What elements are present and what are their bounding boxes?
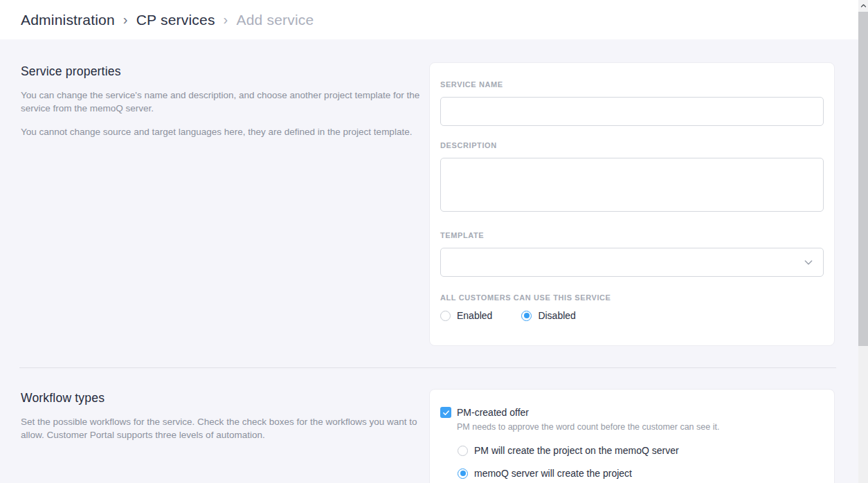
radio-option-label: PM will create the project on the memoQ … — [474, 445, 679, 456]
breadcrumb-cp-services[interactable]: CP services — [136, 12, 215, 28]
radio-option-server-creates-project[interactable]: memoQ server will create the project — [458, 468, 824, 479]
radio-icon[interactable] — [458, 446, 468, 456]
radio-option-enabled[interactable]: Enabled — [440, 310, 492, 321]
main-content: Service properties You can change the se… — [0, 39, 858, 483]
breadcrumb-separator-icon: › — [224, 12, 228, 28]
section-description: Set the possible workflows for the servi… — [21, 416, 428, 441]
breadcrumb-add-service: Add service — [236, 12, 314, 28]
section-divider — [19, 367, 836, 368]
breadcrumb: Administration › CP services › Add servi… — [21, 0, 314, 39]
radio-option-disabled[interactable]: Disabled — [521, 310, 575, 321]
radio-option-label: Enabled — [457, 310, 492, 321]
radio-option-label: memoQ server will create the project — [474, 468, 632, 479]
chevron-down-icon — [803, 257, 814, 271]
all-customers-radio-group: Enabled Disabled — [440, 310, 824, 321]
checkmark-icon — [442, 409, 450, 417]
service-name-input[interactable] — [440, 97, 824, 126]
radio-icon[interactable] — [440, 311, 451, 321]
pm-created-offer-row: PM-created offer — [440, 407, 824, 418]
workflow-types-card: PM-created offer PM needs to approve the… — [429, 389, 835, 483]
radio-icon[interactable] — [458, 468, 468, 479]
pm-created-offer-label[interactable]: PM-created offer — [457, 407, 529, 418]
vertical-scrollbar[interactable] — [858, 0, 868, 483]
template-select[interactable] — [440, 248, 824, 277]
radio-icon[interactable] — [521, 311, 532, 321]
breadcrumb-bar: Administration › CP services › Add servi… — [0, 0, 858, 39]
all-customers-label: ALL CUSTOMERS CAN USE THIS SERVICE — [440, 293, 824, 302]
radio-option-label: Disabled — [538, 310, 575, 321]
section-description: You cannot change source and target lang… — [21, 126, 428, 139]
pm-created-offer-description: PM needs to approve the word count befor… — [457, 421, 824, 432]
scrollbar-thumb[interactable] — [858, 12, 868, 346]
chevron-up-icon — [860, 3, 867, 9]
description-textarea[interactable] — [440, 158, 824, 212]
breadcrumb-separator-icon: › — [123, 12, 128, 28]
service-properties-intro: Service properties You can change the se… — [21, 64, 428, 150]
radio-option-pm-creates-project[interactable]: PM will create the project on the memoQ … — [458, 445, 824, 456]
template-label: TEMPLATE — [440, 231, 824, 239]
scrollbar-up-button[interactable] — [858, 0, 868, 12]
breadcrumb-administration[interactable]: Administration — [21, 12, 115, 28]
section-title-service-properties: Service properties — [21, 64, 428, 79]
description-label: DESCRIPTION — [440, 141, 824, 149]
section-description: You can change the service's name and de… — [21, 89, 428, 115]
section-title-workflow-types: Workflow types — [21, 391, 428, 405]
service-properties-card: SERVICE NAME DESCRIPTION TEMPLATE ALL CU… — [429, 62, 835, 346]
service-name-label: SERVICE NAME — [440, 80, 824, 89]
pm-created-offer-checkbox[interactable] — [440, 407, 451, 418]
workflow-types-intro: Workflow types Set the possible workflow… — [21, 391, 428, 453]
